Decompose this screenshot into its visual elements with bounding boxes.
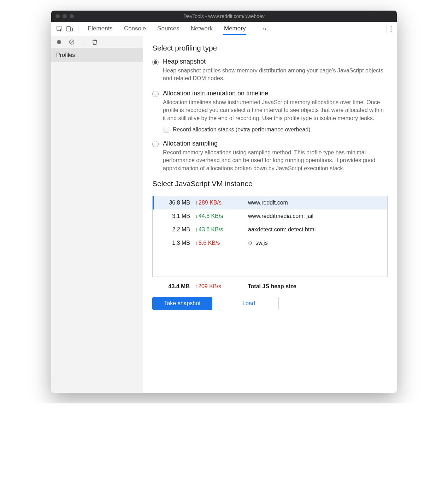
device-toolbar-icon[interactable] [65,24,75,34]
devtools-window: DevTools - www.reddit.com/r/webdev Eleme… [51,11,397,393]
option-allocation-timeline[interactable]: Allocation instrumentation on timeline A… [152,90,388,133]
arrow-up-icon: ↑ [195,240,198,246]
vm-name: www.redditmedia.com: jail [248,213,384,219]
svg-rect-2 [71,28,72,31]
tabs: Elements Console Sources Network Memory … [87,22,266,35]
option-desc: Allocation timelines show instrumented J… [163,99,388,122]
option-title: Heap snapshot [163,58,388,65]
arrow-up-icon: ↑ [195,283,198,290]
option-desc: Heap snapshot profiles show memory distr… [163,67,388,83]
minimize-window-icon[interactable] [63,14,67,18]
vm-rate: ↓44.8 KB/s [195,213,248,219]
vm-rate: ↑289 KB/s [195,200,248,206]
svg-point-3 [390,26,391,27]
tab-network[interactable]: Network [190,22,213,35]
sidebar-toolbar [51,36,143,48]
maximize-window-icon[interactable] [70,14,74,18]
option-title: Allocation sampling [163,140,388,147]
arrow-down-icon: ↓ [195,226,198,233]
gear-icon: ⚙ [248,240,253,246]
option-allocation-sampling[interactable]: Allocation sampling Record memory alloca… [152,140,388,172]
radio-allocation-sampling[interactable] [152,141,159,147]
arrow-down-icon: ↓ [195,213,198,219]
vm-size: 2.2 MB [153,226,195,233]
divider [78,25,78,33]
radio-heap-snapshot[interactable] [152,59,159,65]
vm-size: 36.8 MB [153,200,195,206]
close-window-icon[interactable] [55,14,60,18]
arrow-up-icon: ↑ [195,200,198,206]
more-tabs-icon[interactable]: » [263,25,266,32]
main-panel: Select profiling type Heap snapshot Heap… [143,36,397,393]
option-desc: Record memory allocations using sampling… [163,149,388,172]
total-label: Total JS heap size [248,283,388,290]
action-buttons: Take snapshot Load [152,297,388,310]
content: Profiles Select profiling type Heap snap… [51,36,397,393]
record-stacks-checkbox[interactable] [164,127,169,132]
vm-rate: ↓43.6 KB/s [195,226,248,233]
divider [83,39,83,45]
sidebar: Profiles [51,36,143,393]
option-title: Allocation instrumentation on timeline [163,90,388,97]
vm-row[interactable]: 36.8 MB ↑289 KB/s www.reddit.com [153,196,387,209]
total-rate: ↑209 KB/s [195,283,248,290]
record-stacks-label: Record allocation stacks (extra performa… [173,126,311,133]
sidebar-item-profiles[interactable]: Profiles [51,48,143,62]
vm-row[interactable]: 2.2 MB ↓43.6 KB/s aaxdetect.com: detect.… [153,223,387,236]
settings-menu-icon[interactable] [387,25,397,33]
vm-size: 1.3 MB [153,240,195,246]
traffic-lights [51,14,74,18]
vm-name: aaxdetect.com: detect.html [248,226,384,233]
svg-point-4 [390,28,391,29]
clear-icon[interactable] [67,37,77,47]
load-button[interactable]: Load [219,297,279,310]
record-stacks-row[interactable]: Record allocation stacks (extra performa… [164,126,388,133]
tab-memory[interactable]: Memory [223,22,246,35]
total-row: 43.4 MB ↑209 KB/s Total JS heap size [152,282,388,291]
profiling-heading: Select profiling type [152,44,388,52]
tab-console[interactable]: Console [123,22,147,35]
tabs-bar: Elements Console Sources Network Memory … [51,22,397,36]
vm-size: 3.1 MB [153,213,195,219]
radio-allocation-timeline[interactable] [152,91,159,97]
inspect-element-icon[interactable] [55,24,65,34]
record-icon[interactable] [54,37,64,47]
delete-icon[interactable] [90,37,100,47]
vm-heading: Select JavaScript VM instance [152,179,388,188]
vm-table: 36.8 MB ↑289 KB/s www.reddit.com 3.1 MB … [152,196,388,277]
option-heap-snapshot[interactable]: Heap snapshot Heap snapshot profiles sho… [152,58,388,83]
vm-row[interactable]: 1.3 MB ↑8.6 KB/s ⚙sw.js [153,236,387,250]
take-snapshot-button[interactable]: Take snapshot [152,297,212,310]
vm-name: ⚙sw.js [248,240,384,246]
svg-point-6 [57,40,61,44]
svg-rect-1 [67,26,70,31]
vm-name: www.reddit.com [248,200,384,206]
tab-sources[interactable]: Sources [157,22,180,35]
tab-elements[interactable]: Elements [87,22,113,35]
vm-rate: ↑8.6 KB/s [195,240,248,246]
svg-point-5 [390,30,391,31]
svg-line-8 [70,41,73,43]
total-size: 43.4 MB [152,283,195,290]
vm-row[interactable]: 3.1 MB ↓44.8 KB/s www.redditmedia.com: j… [153,209,387,223]
window-title: DevTools - www.reddit.com/r/webdev [51,13,397,19]
titlebar: DevTools - www.reddit.com/r/webdev [51,11,397,22]
